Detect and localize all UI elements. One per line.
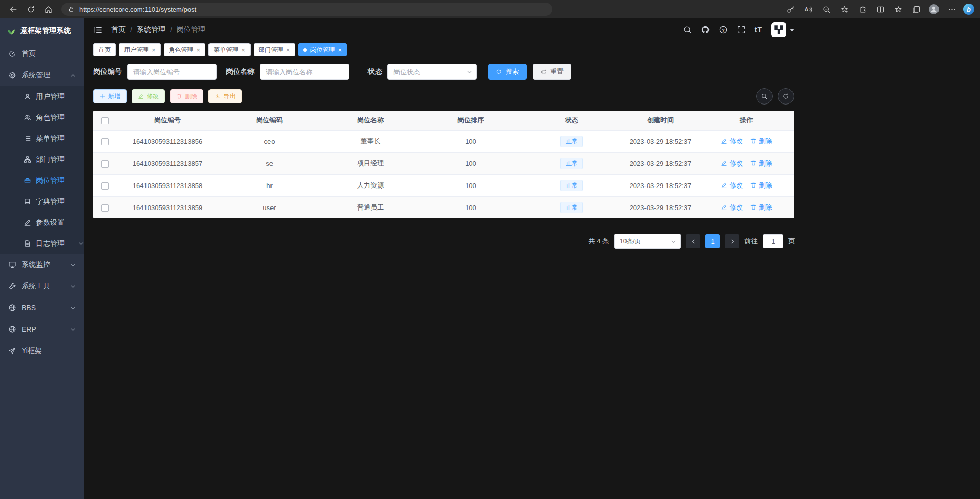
sidebar-item-system[interactable]: 系统管理 [0,65,84,86]
main-content: 首页 / 系统管理 / 岗位管理 ? [84,18,980,499]
delete-icon [750,204,757,211]
address-bar[interactable]: https://ccnetcore.com:1101/system/post [61,3,552,16]
favorites-bar-icon[interactable] [891,2,905,16]
tab-menu-mgmt[interactable]: 菜单管理× [208,43,251,56]
row-edit-link[interactable]: 修改 [721,137,743,146]
close-icon[interactable]: × [286,47,290,53]
browser-back-button[interactable] [5,2,22,16]
row-checkbox[interactable] [101,204,109,212]
tab-home[interactable]: 首页 [93,43,116,56]
sidebar-item-role-mgmt[interactable]: 角色管理 [0,107,84,128]
add-button[interactable]: 新增 [93,89,127,103]
chevron-down-icon [70,284,76,289]
browser-profile-avatar[interactable] [927,2,941,16]
row-checkbox[interactable] [101,160,109,168]
app-frame: 意框架管理系统 首页 系统管理 用户管理 角色管理 [0,18,980,499]
breadcrumb-home[interactable]: 首页 [111,25,126,34]
delete-button[interactable]: 删除 [170,89,203,103]
row-delete-link[interactable]: 删除 [750,159,772,168]
sidebar-item-home[interactable]: 首页 [0,43,84,65]
collections-icon[interactable] [909,2,923,16]
breadcrumb-current: 岗位管理 [177,25,205,34]
col-status: 状态 [522,111,622,131]
site-info-lock-icon[interactable] [68,6,75,13]
zoom-out-icon[interactable] [819,2,833,16]
extensions-icon[interactable] [855,2,869,16]
tab-dept-mgmt[interactable]: 部门管理× [254,43,296,56]
search-button[interactable]: 搜索 [488,64,527,80]
add-favorite-icon[interactable] [837,2,851,16]
browser-more-menu-icon[interactable] [945,2,959,16]
sidebar-item-erp[interactable]: ERP [0,319,84,340]
github-icon[interactable] [701,25,710,34]
sidebar-toggle-button[interactable] [93,25,103,35]
breadcrumb-system[interactable]: 系统管理 [137,25,165,34]
browser-refresh-button[interactable] [23,2,39,16]
cell-post-no: 1641030593112313859 [117,197,218,219]
row-edit-link[interactable]: 修改 [721,203,743,212]
sidebar-item-bbs[interactable]: BBS [0,297,84,319]
sidebar-item-tools[interactable]: 系统工具 [0,276,84,297]
table-row: 1641030593112313859user普通员工100正常2023-03-… [93,197,794,219]
row-delete-link[interactable]: 删除 [750,181,772,190]
sidebar-item-user-mgmt[interactable]: 用户管理 [0,86,84,107]
row-delete-link[interactable]: 删除 [750,203,772,212]
edit-button[interactable]: 修改 [132,89,165,103]
browser-home-button[interactable] [40,2,56,16]
password-key-icon[interactable] [783,2,798,16]
row-edit-link[interactable]: 修改 [721,181,743,190]
edit-icon [721,182,727,189]
header-search-icon[interactable] [683,25,692,34]
search-icon [496,69,503,75]
status-select-input[interactable] [387,64,477,80]
next-page-button[interactable] [725,234,739,248]
close-icon[interactable]: × [338,47,342,53]
fullscreen-icon[interactable] [737,25,746,34]
sidebar-item-dict-mgmt[interactable]: 字典管理 [0,191,84,212]
cell-post-name: 董事长 [321,131,420,153]
sidebar-logo[interactable]: 意框架管理系统 [0,18,84,43]
goto-page-input[interactable] [763,234,783,248]
topbar-actions: ? tT [683,22,794,37]
row-checkbox[interactable] [101,182,109,190]
post-code-input[interactable] [127,64,217,80]
export-button[interactable]: 导出 [208,89,242,103]
sidebar-item-param-settings[interactable]: 参数设置 [0,212,84,233]
toggle-search-button[interactable] [756,88,773,105]
page-size-select[interactable]: 10条/页 [614,234,681,249]
chevron-right-icon [729,239,735,244]
refresh-table-button[interactable] [778,88,794,105]
help-question-icon[interactable]: ? [719,25,728,34]
font-size-toggle[interactable]: tT [755,26,762,34]
row-delete-link[interactable]: 删除 [750,137,772,146]
sidebar-item-post-mgmt[interactable]: 岗位管理 [0,170,84,191]
page-number-1[interactable]: 1 [705,234,720,248]
reset-button[interactable]: 重置 [533,64,571,80]
sidebar-item-yi-framework[interactable]: Yi框架 [0,340,84,362]
read-aloud-icon[interactable]: A [801,2,816,16]
status-badge: 正常 [560,158,583,169]
sidebar-menu: 首页 系统管理 用户管理 角色管理 菜单管理 [0,43,84,362]
tab-user-mgmt[interactable]: 用户管理× [119,43,161,56]
sidebar-item-menu-mgmt[interactable]: 菜单管理 [0,128,84,149]
close-icon[interactable]: × [152,47,156,53]
sidebar-item-log-mgmt[interactable]: 日志管理 [0,233,84,254]
globe-icon [8,304,16,312]
post-name-input[interactable] [260,64,349,80]
tab-post-mgmt[interactable]: 岗位管理× [298,43,347,56]
status-select[interactable] [387,64,477,80]
prev-page-button[interactable] [686,234,700,248]
split-screen-icon[interactable] [873,2,887,16]
row-edit-link[interactable]: 修改 [721,159,743,168]
sidebar-item-dept-mgmt[interactable]: 部门管理 [0,149,84,170]
select-all-checkbox[interactable] [101,117,109,124]
profile-person-icon [928,4,940,15]
copilot-bing-icon[interactable]: b [963,3,975,15]
row-checkbox[interactable] [101,138,109,145]
sidebar-item-monitor[interactable]: 系统监控 [0,254,84,276]
user-menu[interactable] [771,22,794,37]
tab-role-mgmt[interactable]: 角色管理× [164,43,206,56]
goto-prefix: 前往 [744,237,758,246]
close-icon[interactable]: × [197,47,201,53]
close-icon[interactable]: × [241,47,245,53]
